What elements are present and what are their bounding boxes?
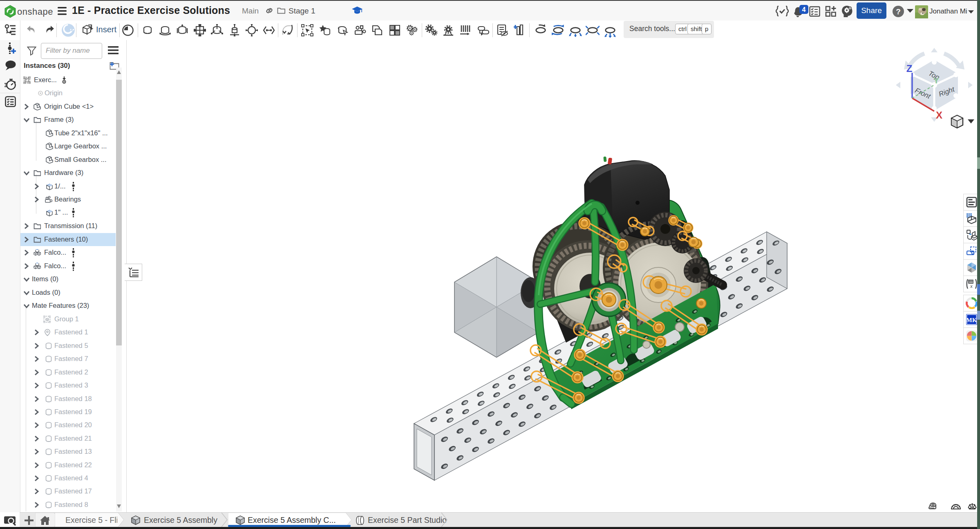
svg-text:MK: MK <box>967 317 977 323</box>
svg-text:4: 4 <box>802 6 806 13</box>
svg-text:X: X <box>936 110 942 121</box>
svg-text:Z: Z <box>906 63 913 74</box>
svg-text:?: ? <box>896 7 901 16</box>
svg-text:Y: Y <box>933 76 939 85</box>
svg-text:x: x <box>970 283 973 289</box>
